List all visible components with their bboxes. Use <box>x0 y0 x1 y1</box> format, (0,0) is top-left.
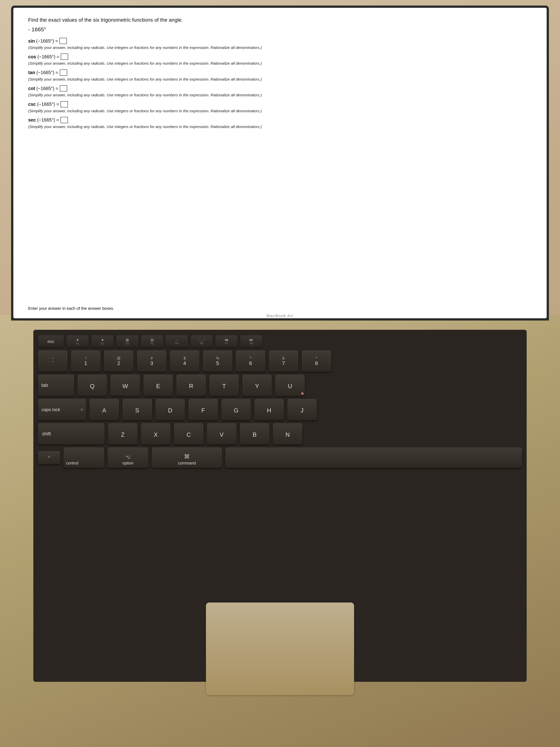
trig-instruction-csc: (Simplify your answer, including any rad… <box>28 108 534 113</box>
trig-equation-cot: cot (−1665°) = <box>28 85 534 92</box>
trig-instruction-sec: (Simplify your answer, including any rad… <box>28 124 534 129</box>
trig-row-cos: cos (−1665°) = (Simplify your answer, in… <box>28 54 534 66</box>
v-letter: V <box>220 431 223 438</box>
eight-symbol: 8 <box>315 361 318 366</box>
trig-instruction-cos: (Simplify your answer, including any rad… <box>28 60 534 66</box>
key-command[interactable]: ⌘ command <box>152 447 222 468</box>
key-control[interactable]: control <box>63 447 104 468</box>
key-7[interactable]: & 7 <box>269 350 298 372</box>
key-b[interactable]: B <box>240 423 269 444</box>
f5-label: F5 <box>176 342 178 345</box>
key-f6[interactable]: ⋱⋰ F6 <box>191 335 213 347</box>
key-u[interactable]: U <box>275 375 305 396</box>
key-n[interactable]: N <box>273 423 302 444</box>
command-label: command <box>178 461 196 466</box>
trig-equation-cos: cos (−1665°) = <box>28 54 534 60</box>
tilde-symbol: ~ <box>52 356 54 360</box>
key-a[interactable]: A <box>89 399 119 420</box>
h-letter: H <box>267 407 271 414</box>
u-indicator <box>301 393 303 394</box>
footer-instruction: Enter your answer in each of the answer … <box>28 306 114 311</box>
num-row: ~ ` ! 1 @ 2 # 3 $ 4 % 5 ^ 6 & 7 <box>38 350 522 372</box>
key-shift[interactable]: shift <box>38 423 105 444</box>
s-letter: S <box>135 407 139 414</box>
trig-equation-tan: tan (−1665°) = <box>28 70 534 76</box>
key-8[interactable]: * 8 <box>302 350 331 372</box>
key-caret[interactable]: ^ <box>38 451 60 464</box>
problem-title: Find the exact values of the six trigono… <box>28 17 534 23</box>
key-f1[interactable]: ☀ F1 <box>66 335 89 347</box>
six-symbol: 6 <box>249 361 252 366</box>
r-letter: R <box>189 383 193 390</box>
trackpad[interactable] <box>206 602 354 695</box>
f3-label: F3 <box>126 342 129 345</box>
trig-func-sin: sin (−1665°) = <box>28 38 58 44</box>
key-6[interactable]: ^ 6 <box>236 350 265 372</box>
trig-instruction-tan: (Simplify your answer, including any rad… <box>28 77 534 82</box>
f8-label: F8 <box>250 342 253 345</box>
key-option[interactable]: ⌥ option <box>108 447 148 468</box>
key-5[interactable]: % 5 <box>203 350 233 372</box>
key-f7[interactable]: ⏮ F7 <box>215 335 238 347</box>
key-f2[interactable]: ✶ F2 <box>91 335 113 347</box>
b-letter: B <box>252 431 257 438</box>
screen-container: Find the exact values of the six trigono… <box>11 5 549 320</box>
key-4[interactable]: $ 4 <box>170 350 199 372</box>
f-letter: F <box>201 407 205 414</box>
key-q[interactable]: Q <box>77 375 107 396</box>
key-x[interactable]: X <box>141 423 170 444</box>
d-letter: D <box>168 407 172 414</box>
key-2[interactable]: @ 2 <box>104 350 134 372</box>
trig-func-tan: tan (−1665°) = <box>28 70 58 75</box>
key-r[interactable]: R <box>176 375 206 396</box>
f1-label: F1 <box>76 342 79 345</box>
key-spacebar[interactable] <box>225 447 522 468</box>
key-f8[interactable]: ⏭ F8 <box>240 335 262 347</box>
macbook-label: MacBook Air <box>266 313 294 318</box>
backtick-symbol: ` <box>52 361 54 366</box>
key-s[interactable]: S <box>123 399 152 420</box>
key-t[interactable]: T <box>209 375 239 396</box>
key-h[interactable]: H <box>254 399 284 420</box>
key-1[interactable]: ! 1 <box>71 350 101 372</box>
key-esc[interactable]: esc <box>38 335 64 347</box>
key-f5[interactable]: ··· F5 <box>166 335 188 347</box>
key-d[interactable]: D <box>155 399 185 420</box>
f8-icon: ⏭ <box>249 338 253 342</box>
answer-box-csc[interactable] <box>60 101 68 107</box>
f6-label: F6 <box>200 342 203 345</box>
key-f[interactable]: F <box>188 399 218 420</box>
trig-row-sec: sec (−1665°) = (Simplify your answer, in… <box>28 117 534 129</box>
key-capslock[interactable]: caps lock <box>38 399 86 420</box>
trig-row-cot: cot (−1665°) = (Simplify your answer, in… <box>28 85 534 98</box>
f4-label: F4 <box>151 342 154 345</box>
key-v[interactable]: V <box>207 423 237 444</box>
key-y[interactable]: Y <box>242 375 272 396</box>
key-g[interactable]: G <box>221 399 251 420</box>
trig-equation-sin: sin (−1665°) = <box>28 38 534 44</box>
trig-func-cot: cot (−1665°) = <box>28 86 58 91</box>
answer-box-sec[interactable] <box>60 117 68 123</box>
key-f3[interactable]: ⊞ F3 <box>116 335 138 347</box>
key-tilde[interactable]: ~ ` <box>38 350 68 372</box>
option-icon: ⌥ <box>125 454 131 460</box>
screen-content: Find the exact values of the six trigono… <box>14 8 547 318</box>
key-z[interactable]: Z <box>108 423 138 444</box>
key-f4[interactable]: ⊟ F4 <box>141 335 163 347</box>
key-tab[interactable]: tab <box>38 375 74 396</box>
answer-box-tan[interactable] <box>60 70 67 76</box>
f6-icon: ⋱⋰ <box>198 338 205 342</box>
key-j[interactable]: J <box>287 399 317 420</box>
key-3[interactable]: # 3 <box>137 350 166 372</box>
x-letter: X <box>154 431 158 438</box>
trig-func-csc: csc (−1665°) = <box>28 102 59 107</box>
f5-icon: ··· <box>176 338 178 342</box>
key-e[interactable]: E <box>143 375 173 396</box>
key-w[interactable]: W <box>110 375 140 396</box>
answer-box-cos[interactable] <box>61 54 68 60</box>
f1-icon: ☀ <box>76 338 79 342</box>
four-symbol: 4 <box>183 361 186 366</box>
answer-box-cot[interactable] <box>60 85 67 92</box>
answer-box-sin[interactable] <box>59 38 67 44</box>
key-c[interactable]: C <box>174 423 204 444</box>
